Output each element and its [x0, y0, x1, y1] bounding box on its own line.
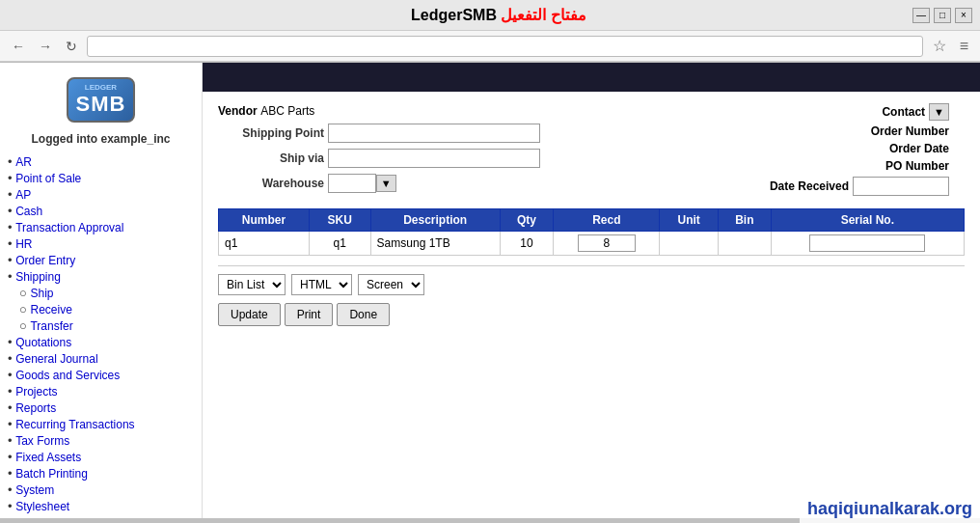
form-right: Contact ▼ Order Number Order Date PO Num… — [770, 103, 965, 196]
order-number-row: Order Number — [770, 124, 949, 138]
sidebar-link-ap[interactable]: AP — [15, 188, 31, 202]
warehouse-label: Warehouse — [218, 177, 324, 190]
sidebar-item: Goods and Services — [8, 367, 194, 383]
format-select[interactable]: HTMLPDFCSV — [291, 274, 352, 295]
forward-button[interactable]: → — [35, 37, 56, 56]
recd-cell[interactable] — [554, 232, 660, 256]
contact-dropdown-button[interactable]: ▼ — [929, 103, 949, 121]
sidebar-link-reports[interactable]: Reports — [15, 401, 56, 415]
sidebar-item: Batch Printing — [8, 465, 194, 482]
sidebar-item: System — [8, 482, 194, 498]
watermark-text: haqiqiunalkarak.org — [807, 499, 972, 518]
sidebar-link-goods-and-services[interactable]: Goods and Services — [15, 369, 120, 382]
nav-bar: ← → ↻ ☆ ≡ — [0, 31, 980, 62]
divider — [218, 265, 965, 266]
serial-no-cell-input[interactable] — [809, 234, 925, 252]
sidebar-link-receive[interactable]: Receive — [30, 303, 71, 317]
table-header-serial-no.: Serial No. — [771, 209, 964, 232]
unit-cell — [660, 232, 719, 256]
sidebar-link-hr[interactable]: HR — [15, 237, 32, 251]
close-button[interactable]: × — [955, 8, 972, 23]
sidebar-link-transfer[interactable]: Transfer — [30, 319, 72, 333]
date-received-input[interactable] — [853, 177, 949, 196]
description-cell: Samsung 1TB — [370, 232, 500, 256]
order-date-label: Order Date — [889, 142, 949, 155]
warehouse-input[interactable] — [328, 174, 376, 193]
medium-select[interactable]: ScreenPrinterEmail — [358, 274, 424, 295]
sidebar-link-order-entry[interactable]: Order Entry — [15, 254, 75, 267]
watermark-prefix: haqiqiunalkarak. — [807, 499, 944, 518]
po-number-label: PO Number — [885, 159, 949, 173]
sidebar-link-cash[interactable]: Cash — [15, 205, 42, 218]
address-bar[interactable] — [87, 36, 923, 57]
sidebar-link-ar[interactable]: AR — [15, 155, 32, 169]
sidebar-link-point-of-sale[interactable]: Point of Sale — [15, 172, 81, 185]
table-header-qty: Qty — [500, 209, 554, 232]
sidebar-link-recurring-transactions[interactable]: Recurring Transactions — [15, 418, 134, 431]
po-number-row: PO Number — [770, 159, 949, 173]
content-header-bar — [203, 63, 980, 92]
title-english: LedgerSMB — [411, 7, 497, 23]
sidebar: LEDGER SMB Logged into example_inc ARPoi… — [0, 63, 203, 518]
form-left: Vendor ABC Parts Shipping Point Ship via… — [218, 103, 540, 199]
bin-list-select[interactable]: Bin List — [218, 274, 286, 295]
window-controls: — □ × — [912, 8, 972, 23]
sidebar-link-system[interactable]: System — [15, 483, 54, 497]
sidebar-link-stylesheet[interactable]: Stylesheet — [15, 500, 69, 513]
update-button[interactable]: Update — [218, 303, 281, 326]
sidebar-link-transaction-approval[interactable]: Transaction Approval — [15, 221, 123, 234]
sidebar-item: HR — [8, 235, 194, 252]
sidebar-link-batch-printing[interactable]: Batch Printing — [15, 467, 88, 481]
sidebar-item: Tax Forms — [8, 432, 194, 449]
star-icon[interactable]: ☆ — [929, 35, 950, 57]
sidebar-link-tax-forms[interactable]: Tax Forms — [15, 434, 69, 448]
sidebar-item: Recurring Transactions — [8, 416, 194, 432]
logo-smb-text: SMB — [76, 92, 126, 117]
sidebar-link-fixed-assets[interactable]: Fixed Assets — [15, 451, 81, 464]
ship-via-input[interactable] — [328, 149, 540, 168]
sidebar-link-preferences[interactable]: Preferences — [15, 516, 78, 518]
form-area: Vendor ABC Parts Shipping Point Ship via… — [203, 92, 980, 338]
sidebar-navigation: ARPoint of SaleAPCashTransaction Approva… — [0, 153, 202, 518]
order-number-label: Order Number — [871, 124, 949, 138]
sidebar-item: AR — [8, 153, 194, 170]
table-header-unit: Unit — [660, 209, 719, 232]
sidebar-link-quotations[interactable]: Quotations — [15, 336, 71, 349]
page-title: LedgerSMB مفتاح التفعيل — [85, 6, 912, 24]
sidebar-item: Quotations — [8, 334, 194, 350]
sidebar-link-shipping[interactable]: Shipping — [15, 270, 61, 284]
table-header-number: Number — [219, 209, 310, 232]
date-received-row: Date Received — [770, 177, 949, 196]
refresh-button[interactable]: ↻ — [62, 37, 81, 56]
watermark-suffix: org — [944, 499, 972, 518]
sidebar-link-general-journal[interactable]: General Journal — [15, 352, 97, 366]
receive-table: NumberSKUDescriptionQtyRecdUnitBinSerial… — [218, 208, 965, 256]
warehouse-dropdown-button[interactable]: ▼ — [376, 175, 396, 192]
menu-icon[interactable]: ≡ — [956, 36, 972, 57]
content-area: Vendor ABC Parts Shipping Point Ship via… — [203, 63, 980, 518]
done-button[interactable]: Done — [337, 303, 390, 326]
back-button[interactable]: ← — [8, 37, 29, 56]
shipping-point-row: Shipping Point — [218, 124, 540, 143]
sidebar-link-projects[interactable]: Projects — [15, 385, 57, 399]
shipping-point-label: Shipping Point — [218, 126, 324, 140]
logo-area: LEDGER SMB — [0, 72, 202, 132]
sidebar-item: Point of Sale — [8, 170, 194, 186]
sidebar-item: Stylesheet — [8, 498, 194, 514]
recd-cell-input[interactable] — [578, 234, 636, 252]
sidebar-item: Receive — [8, 301, 194, 317]
contact-row: Contact ▼ — [770, 103, 949, 121]
serial-no-cell[interactable] — [771, 232, 964, 256]
print-button[interactable]: Print — [285, 303, 334, 326]
main-layout: LEDGER SMB Logged into example_inc ARPoi… — [0, 63, 980, 518]
logged-in-label: Logged into example_inc — [0, 132, 202, 146]
contact-label: Contact — [882, 105, 925, 119]
minimize-button[interactable]: — — [912, 8, 930, 23]
order-date-row: Order Date — [770, 142, 949, 155]
sidebar-item: Order Entry — [8, 252, 194, 268]
sidebar-link-ship[interactable]: Ship — [30, 287, 53, 300]
sidebar-item: Fixed Assets — [8, 449, 194, 465]
shipping-point-input[interactable] — [328, 124, 540, 143]
sku-cell: q1 — [309, 232, 370, 256]
maximize-button[interactable]: □ — [934, 8, 951, 23]
